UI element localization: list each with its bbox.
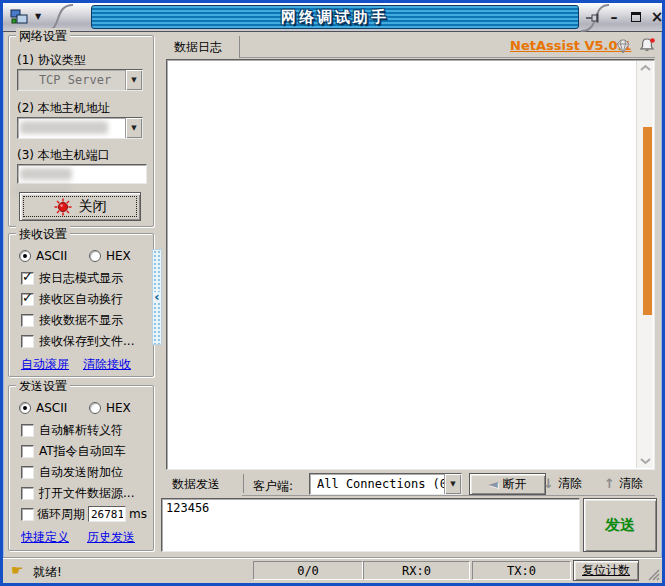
ascii-label: ASCII — [36, 401, 67, 415]
status-count-panel: 0/0 — [253, 561, 363, 580]
pin-icon[interactable] — [584, 10, 600, 30]
status-bar: ☛ 就绪! 0/0 RX:0 TX:0 复位计数 — [3, 557, 662, 583]
checkbox-box[interactable]: ✓ — [21, 445, 34, 458]
clear-log-button[interactable]: ↑ 清除 — [604, 475, 643, 492]
disconnect-button[interactable]: ◄ 断开 — [469, 473, 546, 495]
radio-circle[interactable] — [19, 402, 31, 414]
send-hex-radio[interactable]: HEX — [89, 400, 131, 416]
checkbox-log-mode[interactable]: ✓ 按日志模式显示 — [21, 270, 123, 286]
checkbox-cycle-send[interactable]: ✓ 循环周期 ms — [21, 506, 147, 522]
protocol-type-label: (1) 协议类型 — [17, 52, 86, 69]
radio-circle[interactable] — [89, 250, 101, 262]
send-button-label: 发送 — [605, 516, 635, 535]
tab-data-send[interactable]: 数据发送 — [166, 473, 242, 496]
check-icon: ✓ — [22, 269, 33, 284]
checkbox-auto-wrap[interactable]: ✓ 接收区自动换行 — [21, 291, 123, 307]
maximize-box-icon — [631, 12, 641, 22]
checkbox-box[interactable]: ✓ — [21, 293, 34, 306]
checkbox-label: 自动解析转义符 — [39, 422, 123, 439]
rx-count: RX:0 — [402, 564, 431, 578]
checkbox-box[interactable]: ✓ — [21, 466, 34, 479]
titlebar[interactable]: ▼ 网络调试助手 – × — [3, 3, 662, 32]
log-scrollbar-thumb[interactable] — [643, 127, 652, 315]
cycle-unit-label: ms — [129, 507, 147, 521]
receive-ascii-radio[interactable]: ASCII — [19, 248, 67, 264]
clear-log-label: 清除 — [619, 475, 643, 492]
reset-count-button[interactable]: 复位计数 — [573, 560, 639, 581]
maximize-button[interactable] — [627, 8, 645, 26]
cycle-period-input[interactable] — [88, 506, 126, 522]
checkbox-save-to-file[interactable]: ✓ 接收保存到文件... — [21, 333, 134, 349]
checkbox-box[interactable]: ✓ — [21, 508, 34, 521]
checkbox-box[interactable]: ✓ — [21, 487, 34, 500]
app-network-icon[interactable] — [10, 9, 28, 25]
host-port-input[interactable] — [17, 164, 147, 184]
close-window-button[interactable]: × — [648, 8, 665, 26]
disconnect-label: 断开 — [503, 476, 527, 493]
gem-icon[interactable] — [613, 39, 632, 59]
close-connection-label: 关闭 — [79, 198, 107, 216]
redacted-address — [20, 121, 108, 134]
status-ready-text: 就绪! — [33, 564, 62, 581]
network-settings-title: 网络设置 — [16, 28, 70, 45]
radio-circle[interactable] — [19, 250, 31, 262]
data-log-area[interactable] — [166, 59, 655, 470]
host-port-label: (3) 本地主机端口 — [17, 147, 110, 164]
receive-hex-radio[interactable]: HEX — [89, 248, 131, 264]
clear-send-label: 清除 — [558, 475, 582, 492]
checkbox-label: 打开文件数据源... — [39, 485, 134, 502]
checkbox-box[interactable]: ✓ — [21, 335, 34, 348]
tab-data-log[interactable]: 数据日志 — [166, 36, 240, 58]
radio-circle[interactable] — [89, 402, 101, 414]
up-arrow-icon: ↑ — [604, 476, 615, 491]
host-address-select[interactable]: ▼ — [17, 117, 143, 139]
checkbox-auto-append[interactable]: ✓ 自动发送附加位 — [21, 464, 123, 480]
dropdown-arrow-icon[interactable]: ▼ — [125, 118, 142, 138]
connection-value: All Connections (0) — [310, 474, 444, 494]
host-address-label: (2) 本地主机地址 — [17, 100, 110, 117]
send-button[interactable]: 发送 — [583, 498, 657, 552]
checkbox-label: 按日志模式显示 — [39, 270, 123, 287]
checkbox-hide-data[interactable]: ✓ 接收数据不显示 — [21, 312, 123, 328]
log-scrollbar[interactable] — [636, 61, 653, 468]
auto-scroll-link[interactable]: 自动滚屏 — [21, 356, 69, 373]
shortcut-define-link[interactable]: 快捷定义 — [21, 529, 69, 546]
history-send-link[interactable]: 历史发送 — [87, 529, 135, 546]
checkbox-at-return[interactable]: ✓ AT指令自动回车 — [21, 443, 126, 459]
host-address-value — [18, 118, 125, 138]
send-data-input[interactable]: 123456 — [161, 498, 580, 552]
scroll-up-icon[interactable] — [639, 64, 652, 72]
scroll-down-icon[interactable] — [639, 457, 652, 465]
close-connection-button[interactable]: 关闭 — [19, 192, 141, 221]
connection-select[interactable]: All Connections (0) ▼ — [309, 473, 462, 495]
dropdown-arrow-icon[interactable]: ▼ — [125, 70, 142, 90]
checkbox-label: 自动发送附加位 — [39, 464, 123, 481]
left-arrow-icon: ◄ — [488, 477, 497, 491]
send-ascii-radio[interactable]: ASCII — [19, 400, 67, 416]
minimize-button[interactable]: – — [605, 8, 623, 26]
clear-send-button[interactable]: ↓ 清除 — [543, 475, 582, 492]
checkbox-box[interactable]: ✓ — [21, 424, 34, 437]
checkbox-label: 接收保存到文件... — [39, 333, 134, 350]
tab-data-log-label: 数据日志 — [174, 39, 222, 56]
status-tx-panel: TX:0 — [472, 561, 571, 580]
protocol-type-select[interactable]: TCP Server ▼ — [17, 69, 143, 91]
down-arrow-icon: ↓ — [543, 476, 554, 491]
clear-receive-link[interactable]: 清除接收 — [83, 356, 131, 373]
reset-count-label: 复位计数 — [582, 562, 630, 579]
dropdown-arrow-icon[interactable]: ▼ — [444, 474, 461, 494]
checkbox-file-source[interactable]: ✓ 打开文件数据源... — [21, 485, 134, 501]
hex-label: HEX — [106, 249, 131, 263]
connection-count: 0/0 — [297, 564, 319, 578]
receive-settings-title: 接收设置 — [16, 226, 70, 243]
resize-grip[interactable] — [647, 568, 660, 581]
checkbox-label: 接收数据不显示 — [39, 312, 123, 329]
protocol-type-value: TCP Server — [18, 70, 125, 90]
notification-bell-icon[interactable] — [638, 37, 656, 58]
send-settings-group: 发送设置 ASCII HEX ✓ 自动解析转义符 ✓ AT指令自动回车 ✓ 自动… — [8, 385, 154, 551]
panel-collapse-splitter[interactable]: ‹ — [152, 249, 162, 345]
checkbox-box[interactable]: ✓ — [21, 272, 34, 285]
checkbox-parse-escape[interactable]: ✓ 自动解析转义符 — [21, 422, 123, 438]
system-menu-arrow-icon[interactable]: ▼ — [35, 12, 41, 21]
checkbox-box[interactable]: ✓ — [21, 314, 34, 327]
